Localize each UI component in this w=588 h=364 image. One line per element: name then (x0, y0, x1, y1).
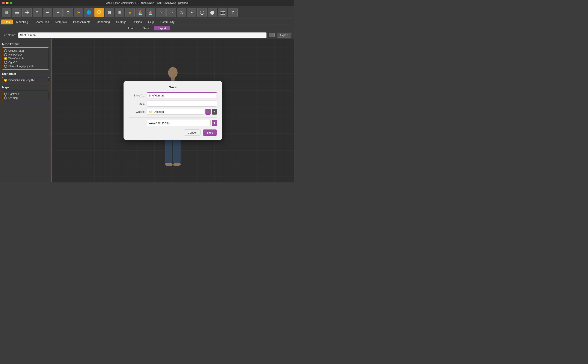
cancel-button[interactable]: Cancel (184, 130, 201, 136)
sub-export[interactable]: Export (154, 26, 170, 30)
tool-checker[interactable]: ⊞ (115, 8, 124, 17)
tool-add[interactable]: ✚ (22, 8, 32, 17)
folder-icon: 📁 (149, 110, 152, 113)
option-wavefront[interactable]: Wavefront obj (4, 57, 47, 60)
tags-row: Tags: (129, 101, 217, 107)
maps-title: Maps (2, 86, 49, 89)
menu-geometries[interactable]: Geometries (32, 20, 52, 25)
format-stepper[interactable]: ⬍ (212, 120, 217, 126)
file-dots-button[interactable]: ... (269, 33, 275, 37)
file-name-label: File Name: (3, 33, 16, 37)
option-uvmap[interactable]: UV map (4, 96, 47, 100)
menu-materials[interactable]: Materials (52, 20, 70, 25)
modal-buttons: Cancel Save (129, 130, 217, 136)
minimize-button[interactable] (6, 2, 9, 4)
mesh-format-title: Mesh Format (2, 42, 49, 46)
sub-load[interactable]: Load (124, 26, 138, 30)
where-dropdown[interactable]: ▾ (212, 109, 217, 115)
radio-collada (4, 49, 7, 52)
tool-layers[interactable]: ≡ (33, 8, 42, 17)
main-area: Mesh Format Collada (dae) Filmbox (fbx) … (0, 39, 294, 182)
tool-wire-sphere[interactable]: ◎ (177, 8, 186, 17)
option-lightmap[interactable]: Lightmap (4, 92, 47, 96)
tool-refresh[interactable]: ⟳ (64, 8, 73, 17)
option-collada[interactable]: Collada (dae) (4, 49, 47, 53)
radio-wavefront (4, 57, 7, 60)
rig-format-title: Rig format (2, 72, 49, 75)
save-as-input[interactable] (147, 92, 217, 98)
sub-menu-bar: Load Save Export (0, 25, 294, 31)
where-label: Where: (129, 110, 145, 113)
tool-arrow[interactable]: ➤ (74, 8, 83, 17)
modal-title: Save (129, 85, 217, 89)
tool-solid-sphere[interactable]: ● (187, 8, 196, 17)
menu-pose-animate[interactable]: Pose/Animate (70, 20, 93, 25)
tool-help[interactable]: ? (228, 8, 238, 17)
rig-format-box[interactable]: Biovision Hierarchy BVH (2, 77, 49, 83)
menu-community[interactable]: Community (157, 20, 177, 25)
save-as-row: Save As: (129, 92, 217, 98)
window-controls[interactable] (2, 2, 13, 4)
save-as-label: Save As: (129, 94, 145, 97)
format-row: Wavefront (*.obj) ⬍ (129, 120, 217, 126)
maximize-button[interactable] (10, 2, 13, 4)
tool-undo[interactable]: ↩ (43, 8, 52, 17)
tool-sail2[interactable]: ⛵ (146, 8, 155, 17)
tool-globe[interactable]: 🌐 (84, 8, 93, 17)
maps-box: Lightmap UV map (2, 91, 49, 101)
tool-up-arrow[interactable]: ▲ (125, 8, 135, 17)
tool-ring[interactable]: ◯ (197, 8, 207, 17)
radio-filmbox (4, 53, 7, 56)
menu-utilities[interactable]: Utilities (130, 20, 145, 25)
where-select[interactable]: 📁 Desktop (147, 109, 204, 115)
menu-files[interactable]: Files (1, 20, 13, 25)
tool-panel[interactable]: ▬ (12, 8, 21, 17)
tool-sphere-outline[interactable]: ○ (156, 8, 166, 17)
tool-redo[interactable]: ↪ (53, 8, 63, 17)
mesh-format-box: Collada (dae) Filmbox (fbx) Wavefront ob… (2, 47, 49, 70)
sub-save[interactable]: Save (139, 26, 153, 30)
tags-input[interactable] (147, 101, 217, 107)
tool-circle[interactable]: ⬤ (208, 8, 217, 17)
radio-uvmap (4, 97, 7, 99)
close-button[interactable] (2, 2, 5, 4)
title-bar: MakeHuman Community 1.2.0 final (UNKNOWN… (0, 0, 294, 6)
tool-pose[interactable]: 🞊 (94, 8, 104, 17)
where-row: Where: 📁 Desktop ⬍ ▾ (129, 109, 217, 117)
save-button[interactable]: Save (203, 130, 217, 136)
modal-overlay: Save Save As: Tags: Where: 📁 (52, 39, 294, 182)
menu-settings[interactable]: Settings (113, 20, 129, 25)
viewport: Save Save As: Tags: Where: 📁 (52, 39, 294, 182)
tool-mesh[interactable]: ⊟ (105, 8, 114, 17)
tool-sail1[interactable]: ⛵ (136, 8, 145, 17)
radio-stereo (4, 65, 7, 68)
option-ogre3d[interactable]: Ogre3D (4, 60, 47, 64)
format-select[interactable]: Wavefront (*.obj) (147, 120, 211, 126)
tags-label: Tags: (129, 102, 145, 105)
tool-grid[interactable]: ▦ (2, 8, 11, 17)
tool-shiny-sphere[interactable]: ◌ (166, 8, 176, 17)
menu-bar: Files Modelling Geometries Materials Pos… (0, 19, 294, 25)
option-filmbox[interactable]: Filmbox (fbx) (4, 53, 47, 57)
menu-modelling[interactable]: Modelling (13, 20, 31, 25)
menu-rendering[interactable]: Rendering (94, 20, 113, 25)
radio-lightmap (4, 93, 7, 96)
file-name-input[interactable] (18, 32, 267, 38)
where-select-wrap: 📁 Desktop ⬍ ▾ (147, 109, 217, 115)
radio-ogre3d (4, 61, 7, 64)
menu-help[interactable]: Help (145, 20, 157, 25)
app-title: MakeHuman Community 1.2.0 final (UNKNOWN… (105, 1, 189, 5)
sidebar: Mesh Format Collada (dae) Filmbox (fbx) … (0, 39, 52, 182)
tool-camera[interactable]: 📷 (218, 8, 227, 17)
save-modal: Save Save As: Tags: Where: 📁 (124, 81, 222, 140)
where-stepper[interactable]: ⬍ (205, 109, 211, 115)
file-bar: File Name: ... Export (0, 31, 294, 39)
option-stereo[interactable]: Stereolithography (stl) (4, 64, 47, 68)
radio-bvh (4, 79, 7, 82)
toolbar: ▦ ▬ ✚ ≡ ↩ ↪ ⟳ ➤ 🌐 🞊 ⊟ ⊞ ▲ ⛵ ⛵ ○ ◌ ◎ ● ◯ … (0, 6, 294, 19)
export-button[interactable]: Export (277, 32, 291, 38)
